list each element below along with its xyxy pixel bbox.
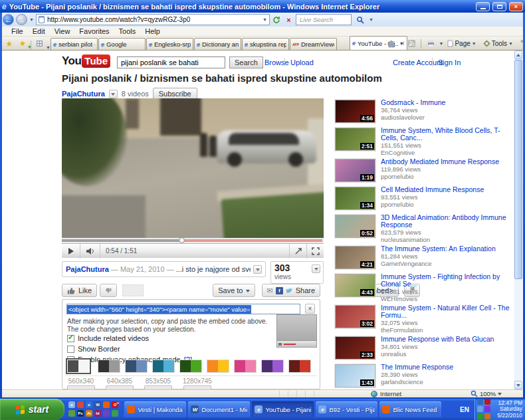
- embed-color-swatch[interactable]: [66, 358, 91, 374]
- live-search-input[interactable]: [298, 15, 349, 24]
- tray-icon[interactable]: [484, 413, 490, 419]
- sign-in-link[interactable]: Sign In: [438, 58, 461, 66]
- related-video-title[interactable]: Immune System - Natural Killer Cell - Th…: [381, 304, 514, 319]
- embed-color-swatch[interactable]: [207, 360, 229, 373]
- quick-launch-icon[interactable]: [103, 401, 110, 408]
- related-video-title[interactable]: Immune System - Fighting Infection by Cl…: [381, 273, 514, 288]
- taskbar-task-button[interactable]: e YouTube - Pijani posl...: [252, 401, 314, 417]
- related-video-title[interactable]: Immune Response with Beta Glucan: [381, 336, 514, 343]
- home-button[interactable]: [385, 37, 398, 50]
- related-video-item[interactable]: 4:21 The Immune System: An Explanation 8…: [334, 245, 514, 271]
- url-dropdown-icon[interactable]: ▼: [262, 17, 267, 22]
- embed-color-swatch[interactable]: [179, 360, 202, 373]
- close-button[interactable]: ×: [509, 2, 523, 11]
- embed-size-option[interactable]: 853x505: [144, 377, 172, 389]
- upload-link[interactable]: Upload: [290, 58, 314, 66]
- stop-button[interactable]: ×: [284, 14, 294, 25]
- quick-launch-icon[interactable]: e: [68, 401, 75, 408]
- home-dropdown-icon[interactable]: ▼: [399, 41, 404, 46]
- zoom-dropdown-icon[interactable]: [498, 393, 502, 397]
- related-video-title[interactable]: Godsmack - Immune: [381, 99, 514, 106]
- browser-tab[interactable]: AFP DreamViewer: [290, 38, 337, 50]
- youtube-search-input[interactable]: [120, 58, 223, 67]
- uploader-link[interactable]: PajaChutura: [62, 90, 105, 98]
- related-video-item[interactable]: 0:52 3D Medical Animation: Antibody Immu…: [334, 213, 514, 243]
- vertical-scrollbar[interactable]: [514, 51, 522, 389]
- taskbar-task-button[interactable]: e B92 - Vesti - Pijani vo...: [316, 401, 377, 417]
- related-video-thumbnail[interactable]: 1:43: [335, 364, 375, 387]
- expand-description-button[interactable]: [253, 265, 262, 274]
- embed-code-field[interactable]: <object width="560" height="340"><param …: [66, 304, 300, 314]
- quick-launch-icon[interactable]: Id: [94, 410, 101, 417]
- menu-item[interactable]: Tools: [114, 27, 141, 35]
- quick-launch-icon[interactable]: [112, 410, 118, 417]
- like-button[interactable]: Like: [62, 284, 97, 297]
- live-search-box[interactable]: [296, 14, 352, 25]
- embed-option[interactable]: ✓ Include related videos: [67, 334, 192, 342]
- browser-tab[interactable]: e Englesko-srpski r...: [146, 38, 193, 50]
- scroll-down-button[interactable]: [514, 381, 522, 389]
- browser-tab[interactable]: e Google: [98, 38, 146, 50]
- share-button[interactable]: ✉ f Share: [262, 284, 321, 297]
- embed-size-option[interactable]: 1280x745: [183, 377, 212, 389]
- tray-icon[interactable]: [477, 406, 483, 412]
- related-video-title[interactable]: Antibody Mediated Immune Response: [381, 158, 514, 165]
- related-video-title[interactable]: Immune System, White Blood Cells, T-Cell…: [381, 127, 514, 142]
- related-video-item[interactable]: 1:19 Antibody Mediated Immune Response 1…: [334, 158, 514, 184]
- related-video-title[interactable]: The Immune System: An Explanation: [381, 245, 514, 253]
- related-video-thumbnail[interactable]: 2:33: [335, 336, 375, 360]
- embed-option[interactable]: Show Border: [67, 345, 192, 353]
- volume-button[interactable]: [80, 244, 100, 259]
- menu-item[interactable]: Favorites: [74, 27, 114, 35]
- create-account-link[interactable]: Create Account: [393, 58, 443, 66]
- scroll-up-button[interactable]: [514, 51, 522, 59]
- related-video-thumbnail[interactable]: 4:21: [335, 246, 375, 269]
- menu-item[interactable]: File: [7, 27, 28, 35]
- refresh-button[interactable]: [272, 14, 282, 25]
- url-input[interactable]: [47, 16, 260, 23]
- browse-link[interactable]: Browse: [264, 58, 289, 66]
- seek-bar[interactable]: [62, 238, 324, 243]
- embed-color-swatch[interactable]: [261, 360, 284, 373]
- menu-item[interactable]: Help: [140, 27, 165, 35]
- youtube-search-button[interactable]: Search: [229, 56, 263, 68]
- menu-item[interactable]: View: [50, 27, 75, 35]
- history-dropdown-icon[interactable]: ▼: [29, 17, 34, 22]
- related-video-thumbnail[interactable]: 1:19: [335, 159, 375, 182]
- embed-color-swatch[interactable]: [152, 360, 175, 373]
- save-to-button[interactable]: Save to: [213, 284, 255, 297]
- related-video-item[interactable]: 4:43 Immune System - Fighting Infection …: [334, 272, 514, 302]
- quick-tabs-button[interactable]: [33, 37, 46, 50]
- taskbar-task-button[interactable]: Vesti | Makonda cms -...: [124, 401, 186, 417]
- print-button[interactable]: [424, 37, 437, 50]
- embed-color-swatch[interactable]: [288, 360, 311, 373]
- favorites-center-button[interactable]: ★: [3, 37, 16, 50]
- forward-button[interactable]: →: [16, 14, 27, 25]
- quick-launch-icon[interactable]: [68, 410, 75, 417]
- quick-launch-overflow-icon[interactable]: »: [116, 400, 119, 406]
- checkbox[interactable]: [67, 346, 74, 353]
- back-button[interactable]: ←: [3, 14, 14, 25]
- restore-button[interactable]: [492, 2, 506, 11]
- quick-launch-icon[interactable]: W: [94, 401, 101, 408]
- url-field[interactable]: ▼: [36, 14, 270, 25]
- quick-launch-icon[interactable]: e: [86, 401, 92, 408]
- youtube-search-box[interactable]: [117, 56, 225, 68]
- print-dropdown-icon[interactable]: ▼: [439, 41, 443, 46]
- related-video-thumbnail[interactable]: 0:52: [335, 215, 375, 238]
- embed-size-option[interactable]: 560x340: [67, 377, 95, 389]
- start-button[interactable]: start: [0, 399, 64, 420]
- related-video-item[interactable]: 4:56 Godsmack - Immune 36,764 views audi…: [334, 98, 514, 125]
- tools-menu-button[interactable]: Tools ▼: [480, 40, 516, 47]
- related-video-title[interactable]: 3D Medical Animation: Antibody Immune Re…: [381, 214, 514, 229]
- related-video-item[interactable]: 1:43 The Immune Response 28,390 views ga…: [334, 363, 514, 389]
- page-menu-button[interactable]: Page ▼: [445, 40, 478, 47]
- tray-icon[interactable]: [477, 413, 483, 419]
- uploader-dropdown-button[interactable]: [109, 90, 118, 98]
- browser-tab[interactable]: e skupstina republi...: [242, 38, 289, 50]
- embed-panel-close-button[interactable]: ×: [305, 304, 315, 314]
- embed-color-swatch[interactable]: [98, 360, 120, 373]
- taskbar-task-button[interactable]: W Document1 - Microsof...: [188, 401, 250, 417]
- embed-color-swatch[interactable]: [125, 360, 148, 373]
- related-video-thumbnail[interactable]: 4:56: [335, 100, 375, 123]
